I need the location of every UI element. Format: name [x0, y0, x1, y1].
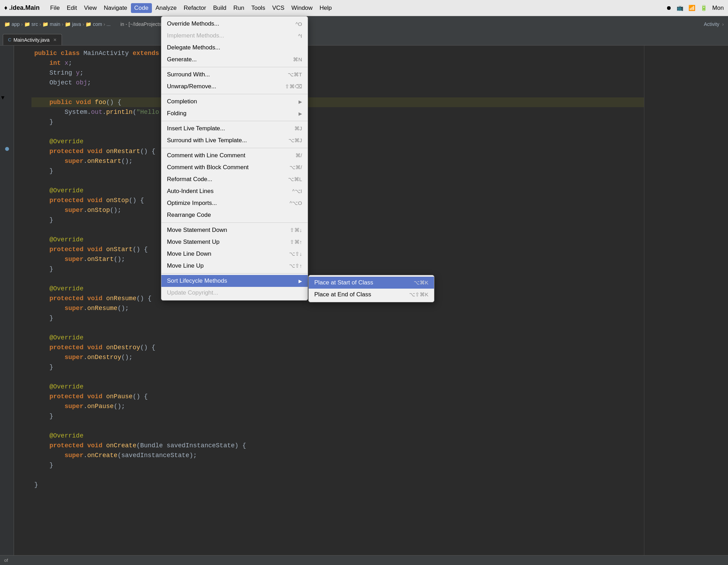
code-line: super.onRestart();: [14, 156, 644, 166]
menu-item-surround-with[interactable]: Surround With... ⌥⌘T: [161, 69, 308, 81]
menu-item-move-statement-down[interactable]: Move Statement Down ⇧⌘↓: [161, 224, 308, 236]
menu-separator: [161, 222, 308, 223]
java-file-icon: C: [8, 37, 11, 42]
code-line: int x;: [14, 58, 644, 68]
code-line: }: [14, 117, 644, 127]
activity-label: Activity: [704, 21, 719, 27]
menu-item-shortcut: ⇧⌘↑: [290, 239, 302, 245]
menu-item-optimize-imports[interactable]: Optimize Imports... ^⌥O: [161, 197, 308, 209]
menu-item-move-line-down[interactable]: Move Line Down ⌥⇧↓: [161, 248, 308, 260]
menu-item-comment-block[interactable]: Comment with Block Comment ⌥⌘/: [161, 161, 308, 173]
editor-area: ▼ ⬤ public class MainActivity extends Ac…: [0, 46, 728, 565]
menu-item-folding[interactable]: Folding ▶: [161, 108, 308, 119]
code-editor[interactable]: public class MainActivity extends Act...…: [14, 46, 644, 565]
submenu-arrow-icon: ▶: [299, 99, 302, 104]
code-line: @Override: [14, 431, 644, 441]
menu-item-auto-indent[interactable]: Auto-Indent Lines ^⌥I: [161, 185, 308, 197]
code-line: @Override: [14, 186, 644, 195]
code-line: [14, 88, 644, 97]
menu-item-label: Generate...: [167, 56, 286, 63]
system-icon-2: 📺: [677, 5, 684, 11]
menu-item-surround-live-template[interactable]: Surround with Live Template... ⌥⌘J: [161, 135, 308, 146]
menu-item-implement-methods: Implement Methods... ^I: [161, 30, 308, 42]
menu-item-insert-live-template[interactable]: Insert Live Template... ⌘J: [161, 123, 308, 135]
menu-item-label: Reformat Code...: [167, 176, 281, 183]
menu-item-comment-line[interactable]: Comment with Line Comment ⌘/: [161, 150, 308, 161]
menu-item-unwrap-remove[interactable]: Unwrap/Remove... ⇧⌘⌫: [161, 81, 308, 92]
menubar: ♦ .idea.Main File Edit View Navigate Cod…: [0, 0, 728, 16]
menu-item-delegate-methods[interactable]: Delegate Methods...: [161, 42, 308, 54]
menu-item-label: Optimize Imports...: [167, 200, 282, 207]
menu-item-label: Move Statement Up: [167, 239, 283, 246]
menu-item-shortcut: ⌥⌘T: [288, 71, 302, 78]
code-line: String y;: [14, 68, 644, 78]
menu-item-update-copyright: Update Copyright...: [161, 287, 308, 299]
menu-refactor[interactable]: Refactor: [180, 3, 210, 13]
gutter-row: [0, 55, 14, 65]
menu-item-label: Delegate Methods...: [167, 44, 302, 51]
menu-item-shortcut: ⇧⌘↓: [290, 227, 302, 233]
code-menu[interactable]: Override Methods... ^O Implement Methods…: [161, 16, 308, 301]
tab-close-button[interactable]: ✕: [53, 37, 57, 42]
menu-item-shortcut: ^O: [295, 21, 302, 27]
menu-tools[interactable]: Tools: [248, 3, 269, 13]
menu-item-reformat-code[interactable]: Reformat Code... ⌥⌘L: [161, 173, 308, 185]
menu-item-completion[interactable]: Completion ▶: [161, 96, 308, 108]
code-line: protected void onPause() {: [14, 392, 644, 401]
code-line: [14, 470, 644, 480]
menu-item-move-statement-up[interactable]: Move Statement Up ⇧⌘↑: [161, 236, 308, 248]
system-icon-1: ⏺: [666, 5, 672, 11]
menu-item-label: Sort Lifecycle Methods: [167, 277, 296, 284]
menu-item-move-line-up[interactable]: Move Line Up ⌥⇧↑: [161, 260, 308, 272]
menu-navigate[interactable]: Navigate: [100, 3, 131, 13]
submenu-item-shortcut: ⌥⇧⌘K: [409, 291, 428, 298]
sort-lifecycle-submenu[interactable]: Place at Start of Class ⌥⌘K Place at End…: [308, 275, 434, 302]
menu-help[interactable]: Help: [316, 3, 335, 13]
code-line: Object obj;: [14, 78, 644, 88]
menu-file[interactable]: File: [47, 3, 63, 13]
menu-item-sort-lifecycle-methods[interactable]: Sort Lifecycle Methods ▶ Place at Start …: [161, 275, 308, 287]
menu-item-rearrange-code[interactable]: Rearrange Code: [161, 209, 308, 221]
gutter-row: [0, 85, 14, 95]
menu-item-label: Move Line Down: [167, 250, 282, 257]
menu-item-label: Surround with Live Template...: [167, 137, 281, 144]
menu-item-shortcut: ^⌥O: [289, 200, 302, 206]
menu-run[interactable]: Run: [230, 3, 248, 13]
menu-vcs[interactable]: VCS: [269, 3, 288, 13]
menu-item-label: Folding: [167, 110, 296, 117]
breadcrumb-app: 📁 app: [4, 21, 20, 27]
gutter-row: [0, 134, 14, 144]
breadcrumb-java: 📁 java: [65, 21, 81, 27]
code-line: }: [14, 166, 644, 176]
submenu-item-place-end[interactable]: Place at End of Class ⌥⇧⌘K: [309, 289, 434, 301]
code-line: [14, 225, 644, 235]
submenu-item-place-start[interactable]: Place at Start of Class ⌥⌘K: [309, 277, 434, 289]
menu-item-override-methods[interactable]: Override Methods... ^O: [161, 18, 308, 30]
breadcrumb-main: 📁 main: [42, 21, 60, 27]
code-line: super.onResume();: [14, 303, 644, 313]
code-line: }: [14, 460, 644, 470]
battery-icon: 🔋: [700, 5, 707, 11]
code-line: @Override: [14, 235, 644, 244]
menu-build[interactable]: Build: [210, 3, 230, 13]
tabbar: C MainActivity.java ✕: [0, 32, 728, 46]
menu-separator: [161, 94, 308, 94]
menu-item-label: Move Statement Down: [167, 227, 283, 234]
code-line: }: [14, 313, 644, 323]
breadcrumb-com: 📁 com: [85, 21, 102, 27]
code-line: protected void onStop() {: [14, 195, 644, 205]
code-line: protected void onRestart() {: [14, 146, 644, 156]
code-line: }: [14, 215, 644, 225]
menu-edit[interactable]: Edit: [63, 3, 80, 13]
menu-analyze[interactable]: Analyze: [152, 3, 180, 13]
tab-main-activity[interactable]: C MainActivity.java ✕: [3, 34, 62, 45]
menu-separator: [161, 273, 308, 274]
menu-item-label: Rearrange Code: [167, 212, 302, 219]
tab-label: MainActivity.java: [13, 37, 49, 43]
menu-view[interactable]: View: [80, 3, 100, 13]
gutter-fold[interactable]: ▼: [0, 95, 14, 104]
menu-code[interactable]: Code: [131, 3, 152, 13]
menu-item-generate[interactable]: Generate... ⌘N: [161, 54, 308, 66]
menu-window[interactable]: Window: [288, 3, 316, 13]
submenu-arrow-icon: ▶: [299, 278, 302, 284]
